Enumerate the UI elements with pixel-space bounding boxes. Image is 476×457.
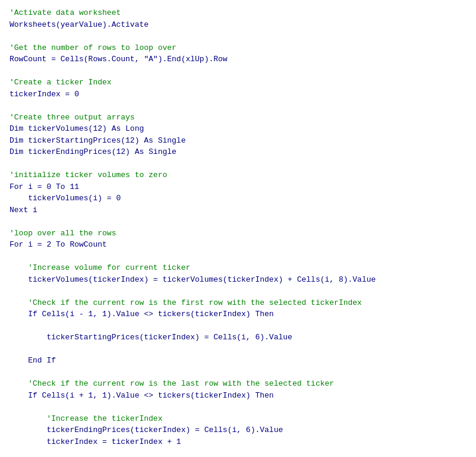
code-line: 'Activate data worksheet <box>10 7 466 19</box>
code-line: 'Check if the current row is the last ro… <box>10 378 466 390</box>
code-line: Dim tickerStartingPrices(12) As Single <box>10 135 466 147</box>
code-line: 'Increase the tickerIndex <box>10 413 466 425</box>
code-line <box>10 343 466 355</box>
code-line: tickerEndingPrices(tickerIndex) = Cells(… <box>10 424 466 436</box>
code-line <box>10 65 466 77</box>
code-line <box>10 30 466 42</box>
code-line: tickerVolumes(i) = 0 <box>10 193 466 204</box>
code-line: If Cells(i - 1, 1).Value <> tickers(tick… <box>10 308 466 320</box>
code-line: tickerVolumes(tickerIndex) = tickerVolum… <box>10 274 466 286</box>
code-line: End If <box>10 355 466 367</box>
code-line: 'Increase volume for current ticker <box>10 262 466 274</box>
code-line <box>10 251 466 263</box>
code-line: Dim tickerVolumes(12) As Long <box>10 123 466 135</box>
code-line <box>10 158 466 170</box>
code-line: 'Get the number of rows to loop over <box>10 42 466 54</box>
code-line <box>10 367 466 379</box>
code-line <box>10 401 466 413</box>
code-line <box>10 100 466 112</box>
code-line: tickerIndex = 0 <box>10 89 466 100</box>
code-line: tickerIndex = tickerIndex + 1 <box>10 436 466 448</box>
code-line: 'loop over all the rows <box>10 228 466 239</box>
code-line: 'initialize ticker volumes to zero <box>10 169 466 181</box>
code-line: For i = 2 To RowCount <box>10 239 466 251</box>
code-line: 'Check if the current row is the first r… <box>10 297 466 309</box>
code-line: RowCount = Cells(Rows.Count, "A").End(xl… <box>10 53 466 65</box>
code-line: Worksheets(yearValue).Activate <box>10 19 466 31</box>
code-line <box>10 216 466 228</box>
code-line: 'Create three output arrays <box>10 112 466 124</box>
code-line <box>10 285 466 297</box>
code-editor: 'Activate data worksheetWorksheets(yearV… <box>0 0 476 457</box>
code-line: tickerStartingPrices(tickerIndex) = Cell… <box>10 332 466 343</box>
code-line: Dim tickerEndingPrices(12) As Single <box>10 146 466 158</box>
code-line <box>10 320 466 332</box>
code-line: 'Create a ticker Index <box>10 77 466 89</box>
code-line: For i = 0 To 11 <box>10 181 466 193</box>
code-line: Next i <box>10 204 466 216</box>
code-line: If Cells(i + 1, 1).Value <> tickers(tick… <box>10 390 466 402</box>
